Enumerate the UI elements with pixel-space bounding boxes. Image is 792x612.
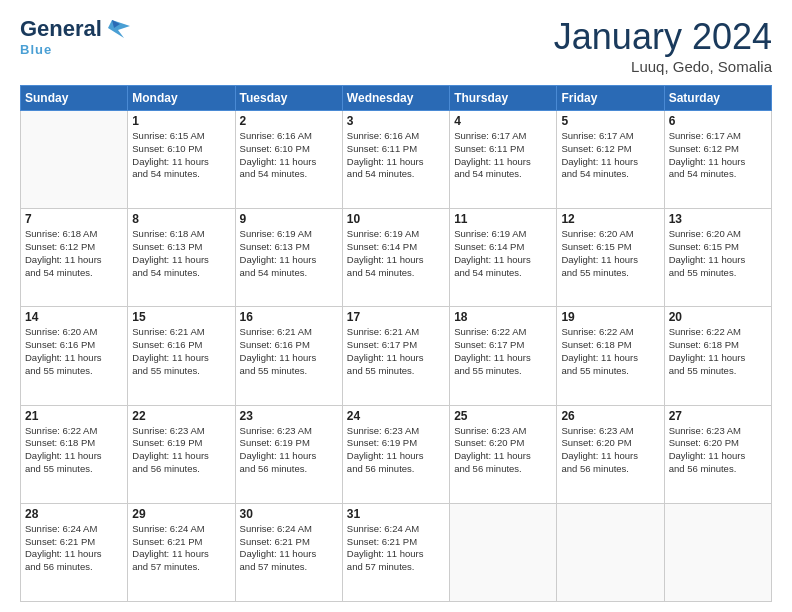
header: General Blue January 2024 Luuq, Gedo, So… [20, 16, 772, 75]
table-row: 11Sunrise: 6:19 AMSunset: 6:14 PMDayligh… [450, 209, 557, 307]
table-row: 6Sunrise: 6:17 AMSunset: 6:12 PMDaylight… [664, 111, 771, 209]
day-info: Sunrise: 6:23 AMSunset: 6:20 PMDaylight:… [454, 425, 552, 476]
calendar-week-row: 28Sunrise: 6:24 AMSunset: 6:21 PMDayligh… [21, 503, 772, 601]
day-info: Sunrise: 6:17 AMSunset: 6:11 PMDaylight:… [454, 130, 552, 181]
day-info: Sunrise: 6:17 AMSunset: 6:12 PMDaylight:… [561, 130, 659, 181]
table-row: 14Sunrise: 6:20 AMSunset: 6:16 PMDayligh… [21, 307, 128, 405]
calendar-table: Sunday Monday Tuesday Wednesday Thursday… [20, 85, 772, 602]
calendar-week-row: 14Sunrise: 6:20 AMSunset: 6:16 PMDayligh… [21, 307, 772, 405]
day-info: Sunrise: 6:20 AMSunset: 6:15 PMDaylight:… [669, 228, 767, 279]
table-row [557, 503, 664, 601]
day-info: Sunrise: 6:23 AMSunset: 6:20 PMDaylight:… [669, 425, 767, 476]
day-number: 18 [454, 310, 552, 324]
day-info: Sunrise: 6:18 AMSunset: 6:12 PMDaylight:… [25, 228, 123, 279]
table-row: 24Sunrise: 6:23 AMSunset: 6:19 PMDayligh… [342, 405, 449, 503]
logo-general: General [20, 16, 102, 42]
day-info: Sunrise: 6:22 AMSunset: 6:18 PMDaylight:… [669, 326, 767, 377]
day-info: Sunrise: 6:23 AMSunset: 6:20 PMDaylight:… [561, 425, 659, 476]
table-row: 20Sunrise: 6:22 AMSunset: 6:18 PMDayligh… [664, 307, 771, 405]
day-number: 24 [347, 409, 445, 423]
day-number: 28 [25, 507, 123, 521]
day-info: Sunrise: 6:24 AMSunset: 6:21 PMDaylight:… [347, 523, 445, 574]
table-row [21, 111, 128, 209]
day-info: Sunrise: 6:23 AMSunset: 6:19 PMDaylight:… [240, 425, 338, 476]
logo: General Blue [20, 16, 130, 57]
day-number: 3 [347, 114, 445, 128]
day-info: Sunrise: 6:24 AMSunset: 6:21 PMDaylight:… [25, 523, 123, 574]
col-wednesday: Wednesday [342, 86, 449, 111]
table-row [664, 503, 771, 601]
day-info: Sunrise: 6:24 AMSunset: 6:21 PMDaylight:… [132, 523, 230, 574]
calendar-week-row: 7Sunrise: 6:18 AMSunset: 6:12 PMDaylight… [21, 209, 772, 307]
table-row: 12Sunrise: 6:20 AMSunset: 6:15 PMDayligh… [557, 209, 664, 307]
day-info: Sunrise: 6:19 AMSunset: 6:14 PMDaylight:… [454, 228, 552, 279]
svg-marker-0 [108, 20, 130, 38]
day-number: 12 [561, 212, 659, 226]
col-monday: Monday [128, 86, 235, 111]
day-number: 4 [454, 114, 552, 128]
day-number: 9 [240, 212, 338, 226]
table-row: 27Sunrise: 6:23 AMSunset: 6:20 PMDayligh… [664, 405, 771, 503]
table-row: 18Sunrise: 6:22 AMSunset: 6:17 PMDayligh… [450, 307, 557, 405]
table-row: 26Sunrise: 6:23 AMSunset: 6:20 PMDayligh… [557, 405, 664, 503]
day-info: Sunrise: 6:16 AMSunset: 6:10 PMDaylight:… [240, 130, 338, 181]
day-info: Sunrise: 6:23 AMSunset: 6:19 PMDaylight:… [132, 425, 230, 476]
table-row: 19Sunrise: 6:22 AMSunset: 6:18 PMDayligh… [557, 307, 664, 405]
col-saturday: Saturday [664, 86, 771, 111]
calendar-header-row: Sunday Monday Tuesday Wednesday Thursday… [21, 86, 772, 111]
table-row: 31Sunrise: 6:24 AMSunset: 6:21 PMDayligh… [342, 503, 449, 601]
day-number: 27 [669, 409, 767, 423]
day-number: 17 [347, 310, 445, 324]
calendar-week-row: 21Sunrise: 6:22 AMSunset: 6:18 PMDayligh… [21, 405, 772, 503]
day-info: Sunrise: 6:19 AMSunset: 6:13 PMDaylight:… [240, 228, 338, 279]
table-row: 5Sunrise: 6:17 AMSunset: 6:12 PMDaylight… [557, 111, 664, 209]
day-info: Sunrise: 6:19 AMSunset: 6:14 PMDaylight:… [347, 228, 445, 279]
table-row: 16Sunrise: 6:21 AMSunset: 6:16 PMDayligh… [235, 307, 342, 405]
table-row: 1Sunrise: 6:15 AMSunset: 6:10 PMDaylight… [128, 111, 235, 209]
day-info: Sunrise: 6:24 AMSunset: 6:21 PMDaylight:… [240, 523, 338, 574]
day-info: Sunrise: 6:21 AMSunset: 6:16 PMDaylight:… [240, 326, 338, 377]
location: Luuq, Gedo, Somalia [554, 58, 772, 75]
col-tuesday: Tuesday [235, 86, 342, 111]
col-thursday: Thursday [450, 86, 557, 111]
day-info: Sunrise: 6:23 AMSunset: 6:19 PMDaylight:… [347, 425, 445, 476]
day-number: 10 [347, 212, 445, 226]
day-info: Sunrise: 6:20 AMSunset: 6:16 PMDaylight:… [25, 326, 123, 377]
day-info: Sunrise: 6:22 AMSunset: 6:18 PMDaylight:… [561, 326, 659, 377]
table-row: 22Sunrise: 6:23 AMSunset: 6:19 PMDayligh… [128, 405, 235, 503]
table-row: 17Sunrise: 6:21 AMSunset: 6:17 PMDayligh… [342, 307, 449, 405]
day-number: 31 [347, 507, 445, 521]
col-sunday: Sunday [21, 86, 128, 111]
day-info: Sunrise: 6:21 AMSunset: 6:16 PMDaylight:… [132, 326, 230, 377]
day-number: 16 [240, 310, 338, 324]
table-row: 7Sunrise: 6:18 AMSunset: 6:12 PMDaylight… [21, 209, 128, 307]
table-row: 23Sunrise: 6:23 AMSunset: 6:19 PMDayligh… [235, 405, 342, 503]
logo-blue-label: Blue [20, 42, 52, 57]
day-number: 30 [240, 507, 338, 521]
table-row: 10Sunrise: 6:19 AMSunset: 6:14 PMDayligh… [342, 209, 449, 307]
page: General Blue January 2024 Luuq, Gedo, So… [0, 0, 792, 612]
day-number: 13 [669, 212, 767, 226]
title-block: January 2024 Luuq, Gedo, Somalia [554, 16, 772, 75]
col-friday: Friday [557, 86, 664, 111]
day-number: 25 [454, 409, 552, 423]
day-number: 20 [669, 310, 767, 324]
day-number: 11 [454, 212, 552, 226]
day-number: 6 [669, 114, 767, 128]
table-row: 30Sunrise: 6:24 AMSunset: 6:21 PMDayligh… [235, 503, 342, 601]
day-number: 23 [240, 409, 338, 423]
day-info: Sunrise: 6:16 AMSunset: 6:11 PMDaylight:… [347, 130, 445, 181]
day-info: Sunrise: 6:18 AMSunset: 6:13 PMDaylight:… [132, 228, 230, 279]
day-number: 29 [132, 507, 230, 521]
day-number: 21 [25, 409, 123, 423]
table-row [450, 503, 557, 601]
day-number: 14 [25, 310, 123, 324]
table-row: 4Sunrise: 6:17 AMSunset: 6:11 PMDaylight… [450, 111, 557, 209]
table-row: 28Sunrise: 6:24 AMSunset: 6:21 PMDayligh… [21, 503, 128, 601]
day-number: 15 [132, 310, 230, 324]
table-row: 3Sunrise: 6:16 AMSunset: 6:11 PMDaylight… [342, 111, 449, 209]
day-info: Sunrise: 6:17 AMSunset: 6:12 PMDaylight:… [669, 130, 767, 181]
day-number: 26 [561, 409, 659, 423]
day-number: 19 [561, 310, 659, 324]
month-title: January 2024 [554, 16, 772, 58]
